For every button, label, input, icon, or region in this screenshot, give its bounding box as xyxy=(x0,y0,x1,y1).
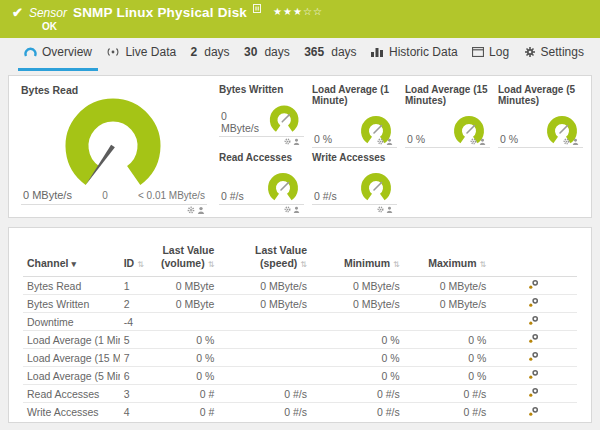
mini-gear-icon[interactable] xyxy=(563,138,570,145)
gear-icon xyxy=(524,46,536,58)
channel-id: 4 xyxy=(120,403,154,421)
edit-channel-icon[interactable] xyxy=(490,331,577,349)
channel-name: Bytes Read xyxy=(23,277,120,295)
edit-channel-icon[interactable] xyxy=(490,295,577,313)
last-value-speed: 0 MByte/s xyxy=(218,277,311,295)
maximum-value: 0 #/s xyxy=(404,385,491,403)
table-row[interactable]: Load Average (1 Min... 5 0 % 0 % 0 % xyxy=(23,331,577,349)
gauge-needle xyxy=(467,126,475,134)
tab-label: days xyxy=(204,45,229,59)
minimum-value: 0 #/s xyxy=(311,385,404,403)
table-row[interactable]: Load Average (5 Min... 6 0 % 0 % 0 % xyxy=(23,367,577,385)
gauge-current-value: 0 MByte/s xyxy=(221,110,266,134)
tab-label: Settings xyxy=(541,45,584,59)
priority-stars[interactable]: ★★★☆☆ xyxy=(273,6,323,17)
mini-user-icon[interactable] xyxy=(293,138,300,145)
gauge-title: Bytes Written xyxy=(219,84,304,95)
sensor-title: SNMP Linux Physical Disk xyxy=(73,5,247,20)
mini-user-icon[interactable] xyxy=(572,138,579,145)
gauge-icon xyxy=(24,47,37,58)
channel-name: Load Average (15 Mi... xyxy=(23,349,120,367)
gauge-scale-min: 0 xyxy=(102,190,108,201)
channel-name: Load Average (1 Min... xyxy=(23,331,120,349)
channel-id: 7 xyxy=(120,349,154,367)
tab-log[interactable]: Log xyxy=(466,38,515,71)
gauge-title: Read Accesses xyxy=(219,152,304,163)
channel-table-panel: Channel ID Last Value (volume) Last Valu… xyxy=(8,227,592,423)
gauge-needle xyxy=(560,126,568,134)
edit-channel-icon[interactable] xyxy=(490,385,577,403)
last-value-volume: 0 % xyxy=(154,331,218,349)
tab-historic-data[interactable]: Historic Data xyxy=(365,38,464,71)
gauge-tile-bytes-read[interactable]: Bytes Read 0 MByte/s 0 < 0.01 MByte/s xyxy=(17,82,209,213)
tab-number: 365 xyxy=(304,45,324,59)
gauges-panel: Bytes Read 0 MByte/s 0 < 0.01 MByte/s By… xyxy=(8,75,592,218)
table-row[interactable]: Bytes Read 1 0 MByte 0 MByte/s 0 MByte/s… xyxy=(23,277,577,295)
gauge-current-value: 0 #/s xyxy=(314,190,337,202)
column-header-channel[interactable]: Channel xyxy=(23,234,120,277)
gauge-tile-load-average-1[interactable]: Load Average (1 Minute) 0 % xyxy=(312,82,397,144)
gauge-tile-load-average-5[interactable]: Load Average (5 Minutes) 0 % xyxy=(498,82,583,144)
mini-gear-icon[interactable] xyxy=(187,206,195,214)
tab-label: Historic Data xyxy=(389,45,458,59)
column-header-last-value-volume[interactable]: Last Value (volume) xyxy=(154,234,218,277)
mini-gear-icon[interactable] xyxy=(284,138,291,145)
maximum-value: 0 % xyxy=(404,367,491,385)
tab-2-days[interactable]: 2 days xyxy=(185,38,236,71)
table-row[interactable]: Write Accesses 4 0 # 0 #/s 0 #/s 0 #/s xyxy=(23,403,577,421)
gauge-tile-load-average-15[interactable]: Load Average (15 Minutes) 0 % xyxy=(405,82,490,144)
tab-settings[interactable]: Settings xyxy=(518,38,590,71)
edit-channel-icon[interactable] xyxy=(490,367,577,385)
last-value-speed xyxy=(218,331,311,349)
edit-channel-icon[interactable] xyxy=(490,313,577,331)
column-header-minimum[interactable]: Minimum xyxy=(311,234,404,277)
small-gauges-grid: Bytes Written 0 MByte/s Load Average (1 … xyxy=(209,82,583,213)
channel-name: Downtime xyxy=(23,313,120,331)
gauge-tile-write-accesses[interactable]: Write Accesses 0 #/s xyxy=(312,150,397,212)
mini-user-icon[interactable] xyxy=(197,206,205,214)
gauge-tile-bytes-written[interactable]: Bytes Written 0 MByte/s xyxy=(219,82,304,144)
mini-user-icon[interactable] xyxy=(386,138,393,145)
gauge-current-value: 0 % xyxy=(407,133,425,145)
maximum-value: 0 % xyxy=(404,349,491,367)
gauge-tile-read-accesses[interactable]: Read Accesses 0 #/s xyxy=(219,150,304,212)
column-header-maximum[interactable]: Maximum xyxy=(404,234,491,277)
mini-user-icon[interactable] xyxy=(386,206,393,213)
column-header-last-value-speed[interactable]: Last Value (speed) xyxy=(218,234,311,277)
table-row[interactable]: Load Average (15 Mi... 7 0 % 0 % 0 % xyxy=(23,349,577,367)
mini-user-icon[interactable] xyxy=(479,138,486,145)
column-header-id[interactable]: ID xyxy=(120,234,154,277)
last-value-speed: 0 MByte/s xyxy=(218,295,311,313)
edit-channel-icon[interactable] xyxy=(490,349,577,367)
minimum-value: 0 MByte/s xyxy=(311,277,404,295)
channel-name: Bytes Written xyxy=(23,295,120,313)
mini-gear-icon[interactable] xyxy=(284,206,291,213)
mini-user-icon[interactable] xyxy=(293,206,300,213)
maximum-value xyxy=(404,313,491,331)
tab-live-data[interactable]: Live Data xyxy=(100,38,182,71)
tab-365-days[interactable]: 365 days xyxy=(298,38,362,71)
edit-channel-icon[interactable] xyxy=(490,277,577,295)
minimum-value: 0 % xyxy=(311,367,404,385)
gauge-title: Write Accesses xyxy=(312,152,397,163)
channel-name: Read Accesses xyxy=(23,385,120,403)
tab-overview[interactable]: Overview xyxy=(18,38,98,71)
mini-gear-icon[interactable] xyxy=(470,138,477,145)
mini-gear-icon[interactable] xyxy=(377,206,384,213)
table-row[interactable]: Bytes Written 2 0 MByte 0 MByte/s 0 MByt… xyxy=(23,295,577,313)
table-row[interactable]: Downtime -4 xyxy=(23,313,577,331)
edit-channel-icon[interactable] xyxy=(490,403,577,421)
column-header-edit xyxy=(490,234,577,277)
last-value-volume: 0 MByte xyxy=(154,295,218,313)
signal-icon xyxy=(106,47,120,57)
last-value-speed xyxy=(218,367,311,385)
tab-30-days[interactable]: 30 days xyxy=(238,38,296,71)
last-value-volume: 0 # xyxy=(154,385,218,403)
table-row[interactable]: Read Accesses 3 0 # 0 #/s 0 #/s 0 #/s xyxy=(23,385,577,403)
minimum-value: 0 % xyxy=(311,349,404,367)
channel-name: Write Accesses xyxy=(23,403,120,421)
bar-chart-icon xyxy=(371,47,384,57)
tab-bar: Overview Live Data 2 days 30 days 365 da… xyxy=(0,38,600,71)
mini-gear-icon[interactable] xyxy=(377,138,384,145)
channel-id: 5 xyxy=(120,331,154,349)
